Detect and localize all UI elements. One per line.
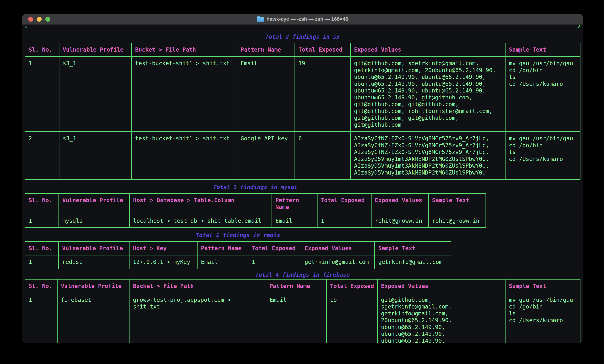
- cell-sl-no: 1: [25, 293, 57, 343]
- col-header-sample-text: Sample Text: [505, 279, 580, 293]
- mysql-findings-table: Sl. No. Vulnerable Profile Host > Databa…: [25, 193, 486, 228]
- table-row: 2 s3_1 test-bucket-shit1 > shit.txt Goog…: [25, 132, 580, 180]
- cell-total-exposed: 1: [248, 255, 301, 269]
- cell-vulnerable-profile: s3_1: [59, 132, 132, 180]
- previous-table-remnant: [25, 25, 580, 28]
- minimize-button[interactable]: [37, 17, 42, 22]
- zoom-button[interactable]: [45, 17, 50, 22]
- col-header-vulnerable-profile: Vulnerable Profile: [59, 193, 129, 214]
- col-header-sl-no: Sl. No.: [25, 241, 59, 255]
- col-header-bucket-file-path: Bucket > File Path: [129, 279, 266, 293]
- cell-pattern-name: Email: [237, 57, 295, 132]
- cell-total-exposed: 19: [327, 293, 378, 343]
- cell-vulnerable-profile: firebase1: [57, 293, 129, 343]
- cell-exposed-values: git@github.com, sgetrkinfo@gmail.com, ge…: [377, 293, 505, 343]
- col-header-pattern-name: Pattern Name: [237, 43, 295, 57]
- col-header-pattern-name: Pattern Name: [197, 241, 248, 255]
- terminal-window: hawk-eye — -zsh — zsh — 166×46 Total 2 f…: [22, 14, 583, 343]
- col-header-total-exposed: Total Exposed: [295, 43, 350, 57]
- col-header-sl-no: Sl. No.: [25, 43, 59, 57]
- mysql-findings-title: Total 1 findings in mysql: [25, 184, 486, 191]
- col-header-vulnerable-profile: Vulnerable Profile: [59, 43, 132, 57]
- cell-vulnerable-profile: mysql1: [59, 214, 129, 228]
- col-header-total-exposed: Total Exposed: [327, 279, 378, 293]
- cell-total-exposed: 6: [295, 132, 350, 180]
- col-header-sample-text: Sample Text: [505, 43, 580, 57]
- firebase-findings-table: Sl. No. Vulnerable Profile Bucket > File…: [25, 279, 580, 343]
- cell-exposed-values: AIzaSyCfNZ-IZx0-SlVcVg8MCr575zv9_Ar7jLc,…: [350, 132, 505, 180]
- cell-sl-no: 1: [25, 57, 59, 132]
- traffic-lights: [28, 17, 50, 22]
- cell-sample-text: mv gau /usr/bin/gau cd /go/bin ls cd /Us…: [505, 132, 580, 180]
- col-header-exposed-values: Exposed Values: [371, 193, 428, 214]
- col-header-sample-text: Sample Text: [428, 193, 486, 214]
- cell-vulnerable-profile: s3_1: [59, 57, 132, 132]
- close-button[interactable]: [28, 17, 33, 22]
- cell-pattern-name: Email: [266, 293, 327, 343]
- firebase-findings-title: Total 4 findings in firebase: [25, 272, 580, 278]
- redis-findings-title: Total 1 findings in redis: [25, 232, 451, 239]
- col-header-host-database-table-column: Host > Database > Table.Column: [129, 193, 272, 214]
- cell-host-database-table-column: localhost > test_db > shit_table.email: [129, 214, 272, 228]
- firebase-section: Total 4 findings in firebase Sl. No. Vul…: [25, 272, 580, 343]
- col-header-total-exposed: Total Exposed: [248, 241, 301, 255]
- cell-sample-text: rohit@groww.in: [428, 214, 486, 228]
- col-header-bucket-file-path: Bucket > File Path: [132, 43, 237, 57]
- cell-sl-no: 1: [25, 255, 59, 269]
- cell-total-exposed: 19: [295, 57, 350, 132]
- cell-exposed-values: getrkinfo@gmail.com: [301, 255, 375, 269]
- col-header-sl-no: Sl. No.: [25, 279, 57, 293]
- cell-sample-text: getrkinfo@gmail.com: [375, 255, 451, 269]
- cell-pattern-name: Email: [197, 255, 248, 269]
- header-row: Sl. No. Vulnerable Profile Bucket > File…: [25, 43, 580, 57]
- cell-bucket-file-path: test-bucket-shit1 > shit.txt: [132, 57, 237, 132]
- s3-findings-table: Sl. No. Vulnerable Profile Bucket > File…: [25, 43, 580, 180]
- header-row: Sl. No. Vulnerable Profile Bucket > File…: [25, 279, 580, 293]
- redis-findings-table: Sl. No. Vulnerable Profile Host > Key Pa…: [25, 241, 451, 269]
- cell-exposed-values: rohit@groww.in: [371, 214, 428, 228]
- window-title: hawk-eye — -zsh — zsh — 166×46: [257, 16, 348, 22]
- col-header-host-key: Host > Key: [129, 241, 197, 255]
- table-row: 1 s3_1 test-bucket-shit1 > shit.txt Emai…: [25, 57, 580, 132]
- cell-host-key: 127.0.0.1 > myKey: [129, 255, 197, 269]
- col-header-total-exposed: Total Exposed: [317, 193, 371, 214]
- cell-exposed-values: git@github.com, sgetrkinfo@gmail.com, ge…: [350, 57, 505, 132]
- terminal-output[interactable]: Total 2 findings in s3 Sl. No. Vulnerabl…: [22, 25, 583, 343]
- folder-icon: [257, 17, 264, 22]
- table-row: 1 redis1 127.0.0.1 > myKey Email 1 getrk…: [25, 255, 451, 269]
- window-titlebar[interactable]: hawk-eye — -zsh — zsh — 166×46: [22, 14, 583, 25]
- s3-findings-title: Total 2 findings in s3: [25, 33, 580, 40]
- col-header-pattern-name: Pattern Name: [272, 193, 317, 214]
- window-title-text: hawk-eye — -zsh — zsh — 166×46: [266, 16, 348, 22]
- s3-section: Total 2 findings in s3 Sl. No. Vulnerabl…: [25, 33, 580, 180]
- cell-pattern-name: Email: [272, 214, 317, 228]
- header-row: Sl. No. Vulnerable Profile Host > Databa…: [25, 193, 486, 214]
- table-row: 1 mysql1 localhost > test_db > shit_tabl…: [25, 214, 486, 228]
- cell-sample-text: mv gau /usr/bin/gau cd /go/bin ls cd /Us…: [505, 293, 580, 343]
- cell-sl-no: 1: [25, 214, 59, 228]
- col-header-exposed-values: Exposed Values: [301, 241, 375, 255]
- cell-total-exposed: 1: [317, 214, 371, 228]
- col-header-pattern-name: Pattern Name: [266, 279, 327, 293]
- col-header-sample-text: Sample Text: [375, 241, 451, 255]
- cell-sample-text: mv gau /usr/bin/gau cd /go/bin ls cd /Us…: [505, 57, 580, 132]
- header-row: Sl. No. Vulnerable Profile Host > Key Pa…: [25, 241, 451, 255]
- table-row: 1 firebase1 groww-test-proj.appspot.com …: [25, 293, 580, 343]
- cell-bucket-file-path: groww-test-proj.appspot.com > shit.txt: [129, 293, 266, 343]
- cell-vulnerable-profile: redis1: [59, 255, 129, 269]
- cell-sl-no: 2: [25, 132, 59, 180]
- mysql-section: Total 1 findings in mysql Sl. No. Vulner…: [25, 184, 486, 228]
- col-header-exposed-values: Exposed Values: [377, 279, 505, 293]
- cell-pattern-name: Google API key: [237, 132, 295, 180]
- col-header-vulnerable-profile: Vulnerable Profile: [57, 279, 129, 293]
- col-header-exposed-values: Exposed Values: [350, 43, 505, 57]
- col-header-vulnerable-profile: Vulnerable Profile: [59, 241, 129, 255]
- redis-section: Total 1 findings in redis Sl. No. Vulner…: [25, 232, 451, 269]
- col-header-sl-no: Sl. No.: [25, 193, 59, 214]
- cell-bucket-file-path: test-bucket-shit1 > shit.txt: [132, 132, 237, 180]
